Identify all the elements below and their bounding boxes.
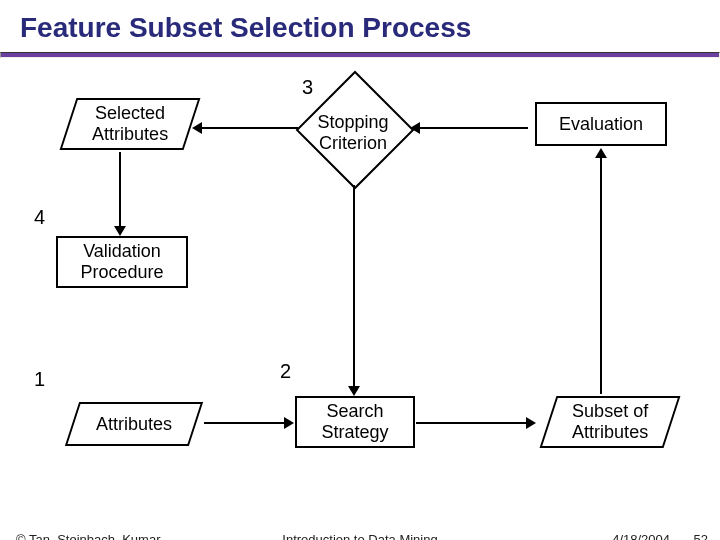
edge [600,156,602,394]
step-number-2: 2 [280,360,291,383]
arrow-left-icon [192,122,202,134]
edge [204,422,286,424]
node-attributes: Attributes [65,402,203,446]
node-label: SelectedAttributes [92,103,168,144]
page-title: Feature Subset Selection Process [0,0,720,52]
step-number-1: 1 [34,368,45,391]
node-search-strategy: SearchStrategy [295,396,415,448]
node-selected-attributes: SelectedAttributes [60,98,201,150]
edge [353,185,355,388]
node-validation-procedure: ValidationProcedure [56,236,188,288]
node-label: Subset ofAttributes [572,401,648,442]
node-stopping-criterion [296,71,415,190]
step-number-3: 3 [302,76,313,99]
arrow-right-icon [526,417,536,429]
edge [416,422,528,424]
edge [202,127,298,129]
node-label: SearchStrategy [321,401,388,442]
diagram-canvas: SelectedAttributes StoppingCriterion 3 E… [0,58,720,488]
footer-page: 52 [694,532,708,540]
arrow-down-icon [114,226,126,236]
node-label: Attributes [96,414,172,435]
edge [119,152,121,228]
node-label: ValidationProcedure [80,241,163,282]
arrow-right-icon [284,417,294,429]
node-label: Evaluation [559,114,643,135]
arrow-down-icon [348,386,360,396]
node-evaluation: Evaluation [535,102,667,146]
node-subset-of-attributes: Subset ofAttributes [540,396,681,448]
footer-copyright: © Tan, Steinbach, Kumar [16,532,160,540]
arrow-left-icon [410,122,420,134]
edge [420,127,528,129]
footer-center: Introduction to Data Mining [282,532,437,540]
step-number-4: 4 [34,206,45,229]
arrow-up-icon [595,148,607,158]
footer-date: 4/18/2004 [612,532,670,540]
